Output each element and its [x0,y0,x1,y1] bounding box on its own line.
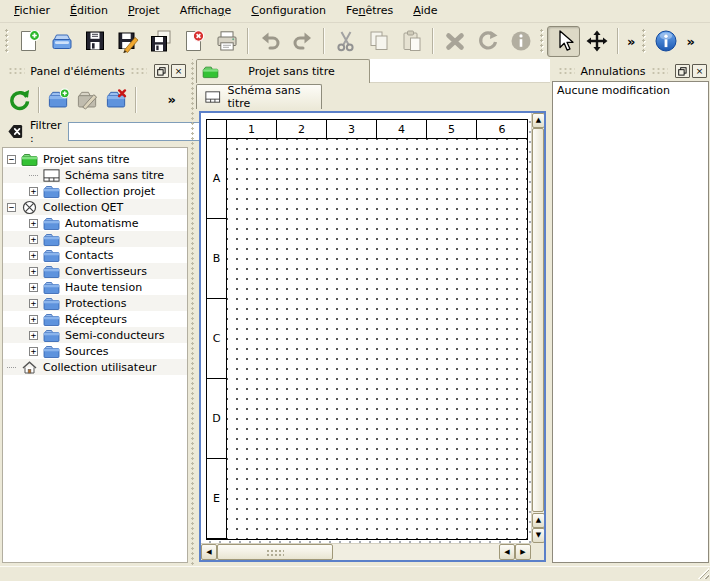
scroll-down-button[interactable]: ▼ [532,528,545,543]
horizontal-scrollbar[interactable]: ◀ ◀ ▶ [201,543,531,560]
menu-item-configuration[interactable]: Configuration [241,1,336,21]
menu-item-aide[interactable]: Aide [403,1,447,21]
row-header-A: A [207,139,227,219]
save-button[interactable] [78,26,111,57]
expand-icon[interactable]: + [29,251,38,260]
undo-list-item[interactable]: Aucune modification [557,84,704,97]
select-tool-button[interactable] [547,26,580,57]
close-panel-button[interactable]: × [171,64,186,78]
row-header-C: C [207,299,227,379]
menu-item-projet[interactable]: Projet [118,1,170,21]
redo-icon [291,29,315,53]
scroll-up-button-2[interactable]: ▲ [532,513,545,528]
info-gray-icon [509,29,533,53]
dock-drag-texture[interactable] [651,67,668,75]
about-button[interactable] [649,26,682,57]
float-undo-panel-button[interactable] [675,64,690,78]
expand-icon[interactable]: + [29,299,38,308]
column-header-2: 2 [277,120,327,139]
expand-icon[interactable]: + [29,331,38,340]
tree-item-collection-utilisateur[interactable]: Collection utilisateur [3,359,187,375]
menu-item-fichier[interactable]: Fichier [4,1,60,21]
blue-folder-icon [43,264,60,279]
resize-grip[interactable] [697,567,709,579]
close-file-button[interactable] [177,26,210,57]
tree-item-projet-sans-titre[interactable]: −Projet sans titre [3,151,187,167]
new-file-button[interactable] [12,26,45,57]
delete-category-button[interactable] [102,85,131,114]
tree-item-contacts[interactable]: +Contacts [3,247,187,263]
schema-editor-view[interactable]: 123456 ABCDE ▲ ▲ ▼ ◀ ◀ ▶ [199,111,546,562]
project-tab[interactable]: Projet sans titre [196,59,370,83]
toolbar-drag-handle[interactable] [4,28,10,54]
tree-item-label: Collection QET [43,201,123,214]
menu-item-edition[interactable]: Édition [60,1,118,21]
save-as-button[interactable] [111,26,144,57]
toolbar-drag-handle[interactable] [641,28,647,54]
tree-item-sources[interactable]: +Sources [3,343,187,359]
menu-item-fenetres[interactable]: Fenêtres [336,1,403,21]
dock-drag-texture[interactable] [130,67,147,75]
toolbar-overflow-chevron[interactable]: » [623,34,639,49]
horizontal-scroll-thumb[interactable] [217,544,333,560]
new-category-button[interactable] [44,85,73,114]
expand-icon[interactable]: + [29,187,38,196]
toolbar-overflow-chevron[interactable]: » [164,92,180,107]
delete-button [438,26,471,57]
close-undo-panel-button[interactable]: × [692,64,707,78]
tree-item-haute-tension[interactable]: +Haute tension [3,279,187,295]
undo-panel-dock: Annulations × Aucune modification [550,59,710,566]
row-header-D: D [207,379,227,459]
reload-collections-button[interactable] [5,85,34,114]
move-tool-button[interactable] [580,26,613,57]
expand-icon[interactable]: + [29,283,38,292]
open-file-button[interactable] [45,26,78,57]
tree-item-schema-sans-titre[interactable]: Schéma sans titre [3,167,187,183]
toolbar-separator [323,28,325,54]
toolbar-drag-handle[interactable] [539,28,545,54]
schema-icon [43,168,60,183]
undo-history-list[interactable]: Aucune modification [552,81,709,563]
panel-splitter-handle[interactable] [189,59,196,566]
schema-tab-bar: Schéma sans titre [196,83,550,109]
tree-item-collection-projet[interactable]: +Collection projet [3,183,187,199]
scroll-left-button[interactable]: ◀ [201,544,217,560]
scroll-right-button[interactable]: ▶ [515,544,531,560]
tree-item-collection-qet[interactable]: −Collection QET [3,199,187,215]
diagram-grid[interactable] [227,139,527,539]
schema-tab[interactable]: Schéma sans titre [196,84,322,109]
tree-item-recepteurs[interactable]: +Récepteurs [3,311,187,327]
expand-icon[interactable]: + [29,315,38,324]
expand-icon[interactable]: + [29,235,38,244]
column-header-4: 4 [377,120,427,139]
dock-drag-texture[interactable] [558,67,575,75]
collections-tree: −Projet sans titreSchéma sans titre+Coll… [2,147,188,563]
row-header-E: E [207,459,227,539]
tree-item-protections[interactable]: +Protections [3,295,187,311]
menu-item-affichage[interactable]: Affichage [170,1,242,21]
float-panel-button[interactable] [154,64,169,78]
expand-icon[interactable]: + [29,347,38,356]
expand-icon[interactable]: + [29,267,38,276]
clear-filter-icon[interactable] [7,123,24,140]
print-button[interactable] [210,26,243,57]
collapse-icon[interactable]: − [7,203,16,212]
qet-icon [21,200,38,215]
dock-drag-texture[interactable] [8,67,25,75]
tree-item-convertisseurs[interactable]: +Convertisseurs [3,263,187,279]
scroll-up-button[interactable]: ▲ [532,113,545,128]
tree-item-semi-conducteurs[interactable]: +Semi-conducteurs [3,327,187,343]
save-all-button[interactable] [144,26,177,57]
tree-item-capteurs[interactable]: +Capteurs [3,231,187,247]
expand-icon[interactable]: + [29,219,38,228]
tree-item-automatisme[interactable]: +Automatisme [3,215,187,231]
toolbar-overflow-chevron[interactable]: » [682,34,698,49]
tree-guide-line [29,175,38,176]
rotate-icon [476,29,500,53]
schema-canvas[interactable]: 123456 ABCDE [201,113,531,543]
float-icon [678,67,687,76]
collapse-icon[interactable]: − [7,155,16,164]
scroll-left-button-2[interactable]: ◀ [499,544,515,560]
vertical-scroll-thumb[interactable] [532,128,544,512]
vertical-scrollbar[interactable]: ▲ ▲ ▼ [531,113,544,543]
